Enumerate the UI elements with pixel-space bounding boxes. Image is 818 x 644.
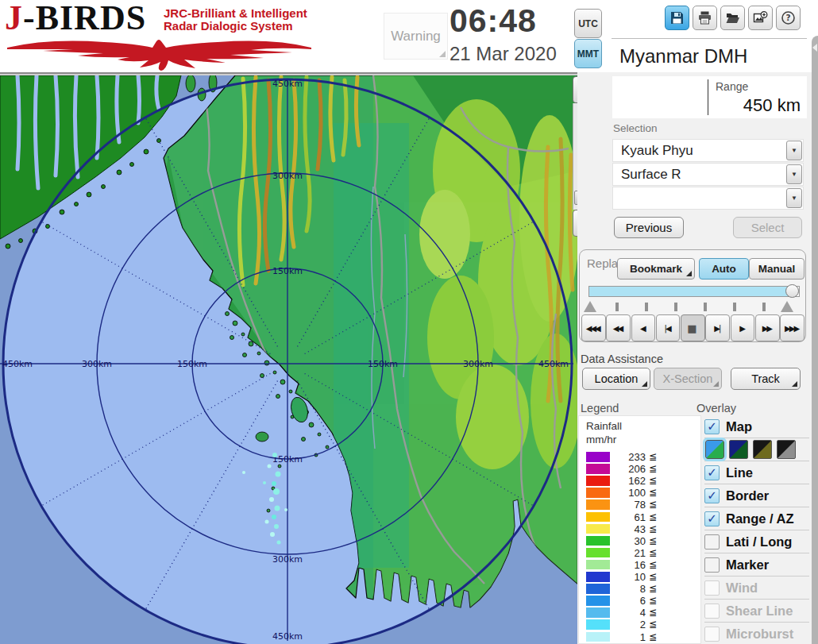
selection-value-2: Surface R [613, 164, 803, 185]
slider-tick[interactable] [733, 303, 736, 311]
overlay-item-marker[interactable]: Marker [704, 553, 809, 577]
dropdown-arrow-button-1[interactable]: ▼ [786, 141, 802, 160]
clock-time: 06:48 [450, 2, 569, 40]
legend-row: 206≦ [579, 463, 700, 475]
auto-button[interactable]: Auto [699, 258, 749, 280]
slider-end-marker[interactable] [781, 301, 793, 312]
checkbox-shear-line[interactable] [704, 604, 720, 619]
selection-field-1: Kyauk Phyu▼ [612, 139, 804, 162]
checkbox-lati-long[interactable] [704, 534, 720, 550]
selection-field-2: Surface R▼ [612, 163, 804, 186]
checkbox-microburst[interactable] [704, 627, 720, 642]
overlay-item-lati-long[interactable]: Lati / Long [704, 530, 809, 553]
data-assistance-label: Data Assistance [581, 353, 663, 365]
range-ring-label: 150km [368, 359, 398, 369]
rewind-fastest-button[interactable]: ◀◀◀ [581, 314, 606, 341]
slider-tick[interactable] [615, 303, 619, 311]
checkbox-wind[interactable] [704, 580, 720, 596]
panel-collapse-strip[interactable] [812, 36, 818, 644]
legend-row: 162≦ [579, 475, 700, 487]
map-style-color[interactable] [705, 440, 724, 459]
station-title: Myanmar DMH [612, 41, 807, 71]
legend-swatch [586, 632, 610, 642]
selection-field-3: ▼ [612, 187, 804, 210]
rain-echo [276, 472, 281, 477]
legend-row: 2≦ [579, 619, 700, 631]
overlay-item-microburst[interactable]: Microburst [704, 623, 809, 644]
legend-row: 6≦ [579, 595, 700, 607]
forward-fast-button[interactable]: ▶▶ [755, 314, 780, 341]
range-ring-label: 450km [538, 359, 569, 369]
replay-slider-track[interactable] [588, 286, 800, 297]
rewind-fast-button[interactable]: ◀◀ [606, 314, 631, 341]
overlay-item-range-az[interactable]: ✓Range / AZ [704, 507, 809, 530]
overlay-item-line[interactable]: ✓Line [704, 461, 809, 484]
slider-tick[interactable] [762, 303, 766, 311]
location-button[interactable]: Location [582, 368, 650, 390]
track-button[interactable]: Track [731, 368, 801, 390]
timezone-button-mmt[interactable]: MMT [574, 39, 602, 68]
legend-row: 43≦ [579, 523, 700, 535]
rain-echo [242, 471, 245, 474]
x-section-button[interactable]: X-Section [654, 368, 722, 390]
open-folder-button[interactable] [720, 6, 745, 30]
warning-button[interactable]: Warning [384, 13, 448, 60]
overlay-item-label: Map [726, 419, 752, 434]
play-backward-button[interactable]: ◀ [631, 314, 656, 341]
overlay-item-label: Marker [726, 557, 769, 573]
map-style-gray[interactable] [777, 440, 796, 459]
rain-echo [272, 453, 277, 457]
legend-row: 30≦ [579, 535, 700, 547]
legend-lte-symbol: ≦ [649, 559, 657, 570]
legend-lte-symbol: ≦ [649, 475, 657, 486]
overlay-item-shear-line[interactable]: Shear Line [704, 600, 809, 623]
overlay-label: Overlay [696, 402, 736, 415]
add-image-button[interactable] [748, 6, 773, 30]
forward-fastest-button[interactable]: ▶▶▶ [780, 314, 804, 341]
slider-tick[interactable] [704, 303, 707, 311]
play-button[interactable]: ▶ [731, 314, 755, 341]
overlay-item-wind[interactable]: Wind [704, 577, 809, 600]
overlay-list: ✓Map✓Line✓Border✓Range / AZLati / LongMa… [704, 415, 809, 644]
range-ring-label: 450km [272, 79, 303, 89]
dropdown-arrow-button-3[interactable]: ▼ [786, 188, 802, 208]
dropdown-arrow-button-2[interactable]: ▼ [786, 164, 802, 184]
bookmark-button[interactable]: Bookmark [617, 258, 695, 280]
step-forward-button[interactable]: ▶| [705, 314, 730, 341]
map-style-olive[interactable] [753, 440, 772, 459]
legend-value: 21 [611, 547, 646, 559]
slider-tick[interactable] [645, 303, 648, 311]
radar-map-view[interactable]: 450km300km150km150km300km450km450km300km… [0, 75, 577, 644]
checkbox-line[interactable]: ✓ [704, 465, 720, 480]
chevron-down-icon: ▼ [791, 171, 797, 178]
legend-swatch [586, 548, 610, 558]
checkbox-map[interactable]: ✓ [704, 419, 720, 434]
map-style-dark-blue[interactable] [729, 440, 748, 459]
overlay-item-border[interactable]: ✓Border [704, 484, 809, 507]
replay-slider-handle[interactable] [785, 284, 799, 298]
legend-lte-symbol: ≦ [649, 619, 657, 630]
legend-value: 4 [611, 607, 646, 619]
timezone-button-utc[interactable]: UTC [574, 9, 602, 38]
help-button[interactable]: ? [776, 6, 801, 30]
slider-tick[interactable] [674, 303, 677, 311]
legend-lte-symbol: ≦ [649, 463, 657, 474]
checkbox-border[interactable]: ✓ [704, 488, 720, 503]
select-button[interactable]: Select [733, 217, 802, 238]
overlay-item-map[interactable]: ✓Map [704, 415, 809, 438]
legend-value: 43 [611, 523, 646, 535]
checkbox-marker[interactable] [704, 557, 720, 573]
range-ring-label: 300km [82, 359, 112, 369]
save-button[interactable] [665, 6, 689, 30]
stop-button[interactable]: ■ [681, 314, 705, 341]
legend-swatch [586, 607, 610, 618]
previous-button[interactable]: Previous [614, 217, 684, 238]
step-backward-button[interactable]: |◀ [656, 314, 681, 341]
manual-button[interactable]: Manual [749, 258, 804, 280]
legend-row: 100≦ [579, 487, 700, 499]
print-button[interactable] [693, 6, 717, 30]
checkbox-range-az[interactable]: ✓ [704, 511, 720, 526]
slider-start-marker[interactable] [584, 301, 596, 312]
legend-swatch [586, 488, 610, 498]
legend-value: 61 [611, 511, 646, 523]
